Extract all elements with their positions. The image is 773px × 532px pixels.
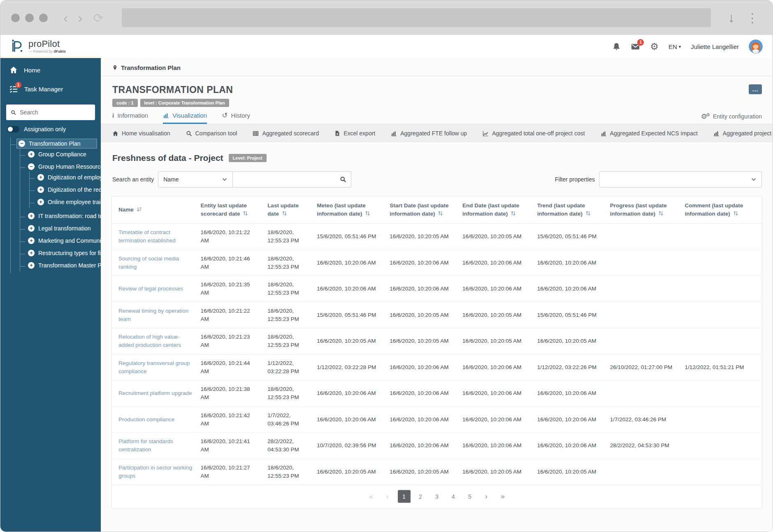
expand-icon[interactable]: + [28, 250, 35, 256]
tree-item-digitization-of-the-recruit[interactable]: +Digitization of the recruit... [36, 185, 101, 194]
subtab-aggregated-fte-follow-up[interactable]: Aggregated FTE follow up [386, 126, 472, 140]
sidebar-search-input[interactable] [20, 109, 91, 116]
column-header-meteo-last-update-information-date[interactable]: Meteo (last update information date) [313, 196, 385, 224]
column-header-last-update-date[interactable]: Last update date [263, 196, 313, 224]
subtab-excel-export[interactable]: Excel export [330, 126, 380, 140]
entity-link[interactable]: Review of legal processes [118, 286, 183, 292]
entity-configuration-button[interactable]: ⚙⚙ Entity configuration [701, 113, 762, 124]
tree-item-restructuring-types-for-firms[interactable]: +Restructuring types for firms [26, 249, 101, 258]
expand-icon[interactable]: + [28, 151, 35, 158]
sort-icon[interactable] [243, 210, 248, 218]
collapse-icon[interactable]: − [28, 163, 35, 170]
notifications-bell-icon[interactable] [612, 42, 621, 51]
tree-item-transformation-master-plan[interactable]: +Transformation Master Plan -... [26, 261, 101, 270]
tree-item-marketing-and-communicati[interactable]: +Marketing and Communicati... [26, 236, 101, 245]
tree-item-digitization-of-employees[interactable]: +Digitization of employees ... [36, 173, 101, 182]
page-button-4[interactable]: 4 [447, 490, 460, 503]
column-header-start-date-last-update-information-date[interactable]: Start Date (last update information date… [385, 196, 458, 224]
tree-item-it-transformation-road-to-20[interactable]: +IT transformation: road to 20... [26, 211, 101, 221]
search-button[interactable] [335, 176, 351, 183]
column-header-progress-last-update-information-date[interactable]: Progress (last update information date) [606, 196, 681, 224]
subtab-aggregated-total-one-off-project-cost[interactable]: Aggregated total one-off project cost [478, 126, 590, 140]
subtab-label: Aggregated scorecard [262, 130, 319, 137]
page-button-2[interactable]: 2 [414, 490, 427, 503]
expand-icon[interactable]: + [28, 237, 35, 244]
tree-item-transformation-plan[interactable]: −Transformation Plan [17, 139, 97, 148]
cell-name: Participation in sector working groups [112, 459, 196, 485]
subtab-home-visualisation[interactable]: Home visualisation [107, 126, 175, 140]
page-button-3[interactable]: 3 [431, 490, 443, 503]
expand-icon[interactable]: + [37, 186, 44, 193]
window-control-dot[interactable] [25, 14, 34, 22]
entity-link[interactable]: Recruitment platform upgrade [118, 390, 192, 396]
column-header-name[interactable]: Name [112, 196, 196, 224]
more-options-button[interactable]: ... [749, 84, 762, 94]
subtab-aggregated-project-cost[interactable]: Aggregated project cost [708, 126, 773, 140]
sidebar-item-task-manager[interactable]: 1 Task Manager [0, 79, 101, 99]
window-control-dot[interactable] [39, 14, 48, 22]
entity-link[interactable]: Relocation of high value-added productio… [118, 334, 181, 348]
assignation-toggle[interactable] [7, 126, 19, 132]
settings-gear-icon[interactable]: ⚙ [650, 42, 659, 51]
tab-visualization[interactable]: Visualization [163, 112, 207, 124]
entity-link[interactable]: Regulatory transversal group compliance [118, 360, 190, 374]
tree-item-group-human-ressources[interactable]: −Group Human Ressources [26, 162, 101, 171]
refresh-button[interactable]: ⟳ [88, 11, 109, 25]
entity-link[interactable]: Timetable of contract termination establ… [118, 229, 176, 244]
column-header-comment-last-update-information-date[interactable]: Comment (last update information date) [680, 196, 762, 224]
cell-progress [606, 302, 681, 328]
subtab-comparison-tool[interactable]: Comparison tool [181, 126, 242, 140]
back-button[interactable]: ‹ [58, 11, 73, 25]
sort-desc-icon[interactable] [137, 206, 142, 214]
language-selector[interactable]: EN ▾ [669, 43, 681, 50]
menu-kebab-icon[interactable]: ⋮ [741, 11, 762, 25]
tab-history[interactable]: ↺ History [222, 112, 250, 124]
next-page-button[interactable]: › [480, 490, 493, 503]
last-page-button[interactable]: » [497, 490, 509, 503]
chart-bar-icon [391, 130, 397, 137]
tab-information[interactable]: i Information [112, 112, 148, 124]
filter-properties-select[interactable] [599, 171, 762, 188]
sort-icon[interactable] [438, 210, 443, 218]
tree-item-group-compliance[interactable]: +Group Compliance [26, 150, 101, 159]
expand-icon[interactable]: + [37, 174, 44, 181]
search-field-select[interactable]: Name [158, 171, 233, 188]
column-header-end-date-last-update-information-date[interactable]: End Date (last update information date) [458, 196, 533, 224]
collapse-icon[interactable]: − [19, 140, 25, 147]
cell-trend: 16/6/2020, 10:20:06 AM [533, 407, 606, 433]
forward-button[interactable]: › [73, 11, 87, 25]
sort-icon[interactable] [511, 210, 516, 218]
page-button-1[interactable]: 1 [398, 490, 411, 503]
propilot-logo[interactable]: proPilot — Powered by dFakto [9, 38, 66, 55]
page-button-5[interactable]: 5 [464, 490, 476, 503]
window-control-dot[interactable] [11, 14, 20, 22]
entity-link[interactable]: Production compliance [118, 416, 175, 423]
entity-link[interactable]: Sourcing of social media ranking [118, 256, 179, 270]
expand-icon[interactable]: + [28, 225, 35, 232]
entity-link[interactable]: Platform for standards centralization [118, 438, 173, 453]
subtab-aggregated-scorecard[interactable]: Aggregated scorecard [248, 126, 324, 140]
entity-link[interactable]: Participation in sector working groups [118, 465, 192, 479]
entity-search-input[interactable] [233, 172, 335, 187]
expand-icon[interactable]: + [28, 262, 35, 269]
sidebar-item-home[interactable]: Home [0, 60, 101, 79]
tree-item-online-employee-training[interactable]: +Online employee training ... [36, 197, 101, 207]
sort-icon[interactable] [658, 210, 664, 218]
url-bar[interactable] [122, 8, 711, 27]
mail-icon[interactable]: 1 [631, 42, 640, 51]
sort-icon[interactable] [282, 210, 287, 218]
subtab-aggregated-expected-ncs-impact[interactable]: Aggregated Expected NCS impact [596, 126, 703, 140]
column-header-entity-last-update-scorecard-date[interactable]: Entity last update scorecard date [196, 196, 263, 224]
download-icon[interactable]: ↓ [722, 10, 741, 26]
tree-item-legal-transformation[interactable]: +Legal transformation [26, 224, 101, 233]
sort-icon[interactable] [365, 210, 370, 218]
expand-icon[interactable]: + [28, 213, 35, 219]
expand-icon[interactable]: + [37, 199, 44, 205]
entity-link[interactable]: Renewal timing by operation team [118, 308, 188, 322]
avatar[interactable] [749, 39, 763, 53]
user-name[interactable]: Juliette Langellier [691, 43, 739, 50]
sort-icon[interactable] [585, 210, 591, 218]
sort-icon[interactable] [733, 210, 738, 218]
column-header-trend-last-update-information-date[interactable]: Trend (last update information date) [533, 196, 606, 224]
home-icon [9, 66, 18, 74]
